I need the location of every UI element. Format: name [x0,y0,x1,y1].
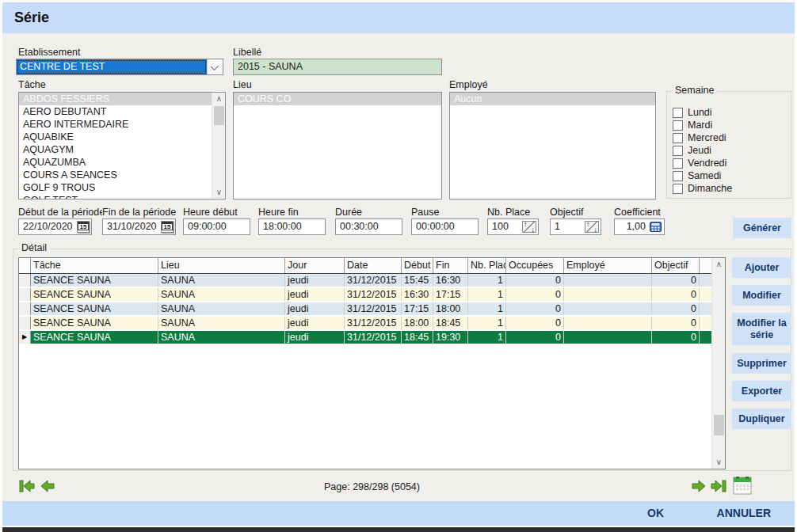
last-page-button[interactable] [710,478,727,494]
table-row[interactable]: SEANCE SAUNA SAUNA jeudi 31/12/2015 18:0… [19,317,725,331]
table-scrollbar[interactable]: ∧ ∨ [711,258,725,469]
cell-objectif: 0 [652,274,700,287]
list-item[interactable]: ABDOS FESSIERS [19,93,212,105]
scroll-down-icon[interactable]: ∨ [712,456,726,469]
tache-listbox[interactable]: ABDOS FESSIERS AERO DEBUTANT AERO INTERM… [18,92,226,200]
spinner-icon[interactable]: ↑↓ [522,221,536,233]
scrollbar-thumb[interactable] [214,106,224,125]
day-checkbox-row[interactable]: Lundi [673,107,712,118]
table-row-selected[interactable]: ▶ SEANCE SAUNA SAUNA jeudi 31/12/2015 18… [19,331,725,345]
etablissement-label: Etablissement [18,47,81,58]
calculator-icon[interactable] [650,222,662,232]
list-item[interactable]: AERO DEBUTANT [19,105,212,118]
cell-objectif: 0 [652,317,700,329]
fin-periode-label: Fin de la période [102,207,176,218]
table-row[interactable]: SEANCE SAUNA SAUNA jeudi 31/12/2015 17:1… [19,302,725,317]
supprimer-button[interactable]: Supprimer [732,353,791,374]
row-marker-icon[interactable]: ▶ [19,331,31,344]
checkbox-mardi[interactable] [673,120,683,131]
calendar-picker-icon[interactable]: 15 [77,221,90,233]
list-item[interactable]: AERO INTERMEDAIRE [19,118,212,131]
nb-place-value: 100 [492,221,509,232]
column-header[interactable]: Employé [564,258,652,273]
etablissement-select[interactable]: CENTRE DE TEST [16,59,223,75]
exporter-button[interactable]: Exporter [732,381,791,401]
day-checkbox-row[interactable]: Dimanche [673,183,732,194]
row-selector-cell[interactable] [19,302,31,315]
checkbox-label: Lundi [688,107,712,118]
row-selector-cell[interactable] [19,274,31,287]
column-header[interactable]: Occupées [506,258,564,273]
table-row[interactable]: SEANCE SAUNA SAUNA jeudi 31/12/2015 15:4… [19,274,725,288]
calendar-picker-icon[interactable]: 15 [161,221,174,233]
checkbox-samedi[interactable] [673,171,683,181]
column-header[interactable]: Objectif [652,258,700,273]
employe-listbox[interactable]: Aucun [449,92,656,200]
pause-field[interactable]: 00:00:00 [411,218,479,235]
scroll-up-icon[interactable]: ∧ [212,93,226,105]
tache-label: Tâche [18,79,46,90]
list-item[interactable]: AQUAGYM [19,143,212,156]
ajouter-button[interactable]: Ajouter [732,257,791,278]
list-item[interactable]: GOLF 9 TROUS [19,181,212,194]
column-header[interactable]: Nb. Place [468,258,506,273]
checkbox-dimanche[interactable] [673,184,683,194]
day-checkbox-row[interactable]: Mardi [673,120,712,131]
checkbox-jeudi[interactable] [673,146,683,156]
list-item[interactable]: AQUAZUMBA [19,156,212,169]
tache-scrollbar[interactable]: ∧ ∨ [212,93,225,199]
scroll-up-icon[interactable]: ∧ [712,258,726,271]
column-header[interactable]: Lieu [158,258,285,273]
row-selector-cell[interactable] [19,317,31,329]
day-checkbox-row[interactable]: Jeudi [673,145,711,156]
column-header[interactable]: Jour [285,258,345,273]
checkbox-vendredi[interactable] [673,158,683,169]
debut-periode-field[interactable]: 22/10/2020 15 [18,218,92,235]
cell-fin: 16:30 [433,274,468,287]
day-checkbox-row[interactable]: Samedi [673,170,721,181]
checkbox-mercredi[interactable] [673,133,683,143]
list-item[interactable]: GOLF TEST [19,194,212,200]
modifier-button[interactable]: Modifier [732,285,791,306]
list-item[interactable]: COURS A SEANCES [19,169,212,181]
column-header[interactable]: Tâche [31,258,158,273]
cell-jour: jeudi [285,274,345,287]
libelle-field[interactable]: 2015 - SAUNA [233,59,442,75]
objectif-stepper[interactable]: 1 ↑↓ [550,218,601,235]
footer-bar: OK ANNULER [2,501,795,526]
next-page-button[interactable] [690,478,707,494]
etablissement-dropdown-button[interactable] [207,59,223,74]
fin-periode-field[interactable]: 31/10/2020 15 [102,218,176,235]
scrollbar-thumb[interactable] [714,415,724,435]
list-item[interactable]: AQUABIKE [19,131,212,143]
page-title: Série [14,10,49,26]
nb-place-stepper[interactable]: 100 ↑↓ [487,218,539,235]
heure-debut-field[interactable]: 09:00:00 [183,218,250,235]
calendar-view-button[interactable] [732,475,753,496]
generer-button[interactable]: Générer [733,218,791,238]
cell-occupees: 0 [506,302,564,315]
annuler-button[interactable]: ANNULER [717,507,771,519]
column-header[interactable]: Date [345,258,402,273]
duree-field[interactable]: 00:30:00 [335,218,402,235]
column-header[interactable]: Fin [433,258,468,273]
list-item[interactable]: COURS CO [234,93,441,105]
serie-dialog: Série Etablissement CENTRE DE TEST Libel… [0,0,797,532]
list-item[interactable]: Aucun [450,93,655,105]
table-row[interactable]: SEANCE SAUNA SAUNA jeudi 31/12/2015 16:3… [19,288,725,302]
day-checkbox-row[interactable]: Vendredi [673,158,726,169]
ok-button[interactable]: OK [647,507,664,519]
scroll-down-icon[interactable]: ∨ [212,186,226,199]
dupliquer-button[interactable]: Dupliquer [732,408,791,429]
coefficient-field[interactable]: 1,00 [614,218,665,235]
row-selector-cell[interactable] [19,288,31,301]
column-header[interactable]: Début [402,258,433,273]
window-bottom-edge [2,526,795,532]
heure-debut-label: Heure début [183,207,238,218]
day-checkbox-row[interactable]: Mercredi [673,132,726,143]
heure-fin-field[interactable]: 18:00:00 [258,218,326,235]
spinner-icon[interactable]: ↑↓ [585,221,599,233]
lieu-listbox[interactable]: COURS CO [233,92,442,200]
modifier-la-serie-button[interactable]: Modifier la série [732,313,791,345]
checkbox-lundi[interactable] [673,108,683,118]
